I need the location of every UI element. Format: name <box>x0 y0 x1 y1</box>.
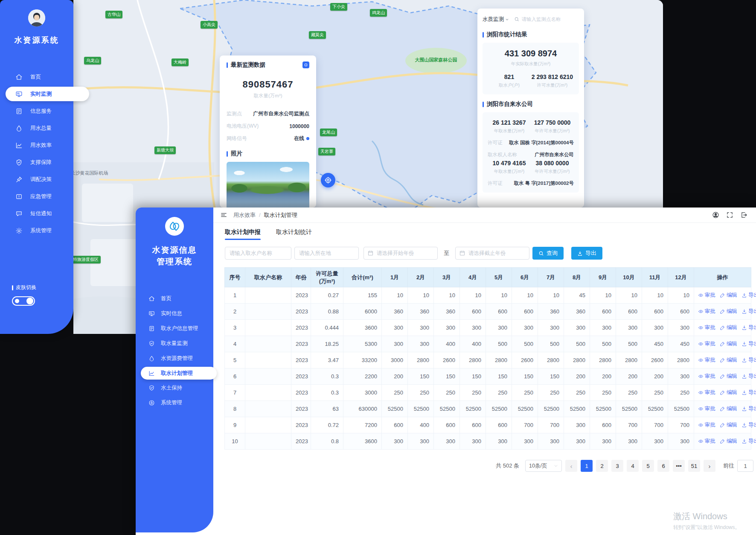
map-marker[interactable]: 大围山国家森林公园 <box>415 57 457 63</box>
map-marker[interactable]: 长沙黄花国际机场 <box>73 170 108 176</box>
location-input[interactable] <box>294 247 359 260</box>
edit-link[interactable]: 编辑 <box>720 373 737 380</box>
map-marker-label: 藏莫尖 <box>311 32 324 37</box>
approve-link[interactable]: 审批 <box>698 324 715 331</box>
sidebar1-item-4[interactable]: 用水效率 <box>0 137 73 154</box>
sidebar1-item-6[interactable]: 调配决策 <box>0 171 73 188</box>
approve-link[interactable]: 审批 <box>698 357 715 364</box>
sidebar1-item-0[interactable]: 首页 <box>0 68 73 85</box>
map-marker[interactable]: 藏莫尖 <box>309 31 326 39</box>
edit-link[interactable]: 编辑 <box>720 438 737 445</box>
page-button-5[interactable]: 5 <box>642 460 654 472</box>
skin-toggle[interactable] <box>12 296 35 306</box>
sidebar2-item-1[interactable]: 实时信息 <box>136 306 213 321</box>
edit-link[interactable]: 编辑 <box>720 389 737 396</box>
approve-link[interactable]: 审批 <box>698 438 715 445</box>
approve-link[interactable]: 审批 <box>698 292 715 299</box>
approve-link[interactable]: 审批 <box>698 421 715 429</box>
prev-page-button[interactable]: ‹ <box>565 460 577 472</box>
table-cell: 300 <box>460 433 486 450</box>
edit-link[interactable]: 编辑 <box>720 357 737 364</box>
map-marker[interactable]: 新塘大坝 <box>154 146 176 154</box>
annual-intake-label: 年实际取水量(万m³) <box>488 61 574 67</box>
map-marker[interactable]: 天岩寨 <box>318 148 335 155</box>
page-button-51[interactable]: 51 <box>688 460 700 472</box>
export-link[interactable]: 导出 <box>741 389 756 396</box>
user-name-input[interactable] <box>225 247 291 260</box>
export-link[interactable]: 导出 <box>741 373 756 380</box>
breadcrumb-parent[interactable]: 用水效率 <box>233 211 256 219</box>
page-button-6[interactable]: 6 <box>657 460 669 472</box>
query-button[interactable]: 查询 <box>532 247 564 260</box>
edit-link[interactable]: 编辑 <box>720 405 737 412</box>
sidebar2-item-0[interactable]: 首页 <box>136 291 213 306</box>
sidebar1-item-5[interactable]: 支撑保障 <box>0 154 73 171</box>
category-select[interactable]: 水质监测 <box>483 16 509 23</box>
table-cell: 6000 <box>343 304 382 320</box>
sidebar2-item-5[interactable]: 取水计划管理 <box>141 367 217 380</box>
monitor-fields: 监测点 广州市自来水公司监测点 电池电压(WV) 1000000 网络信号 在线 <box>227 108 309 145</box>
download-icon <box>577 251 583 256</box>
sidebar1-item-3[interactable]: 用水总量 <box>0 120 73 137</box>
next-page-button[interactable]: › <box>704 460 715 472</box>
sidebar2-item-7[interactable]: 系统管理 <box>136 395 213 410</box>
export-link[interactable]: 导出 <box>741 340 756 348</box>
sidebar1-item-7[interactable]: 应急管理 <box>0 188 73 205</box>
panel-search-input[interactable] <box>521 17 579 22</box>
avatar[interactable] <box>28 9 45 26</box>
edit-link[interactable]: 编辑 <box>720 421 737 429</box>
map-marker[interactable]: 古华山 <box>105 11 122 18</box>
approve-link[interactable]: 审批 <box>698 308 715 315</box>
sidebar1-item-2[interactable]: 信息服务 <box>0 102 73 120</box>
map-marker[interactable]: 方特旅游度假区 <box>73 256 101 263</box>
edit-link[interactable]: 编辑 <box>720 340 737 348</box>
more-pages-button[interactable]: ••• <box>673 460 685 472</box>
export-link[interactable]: 导出 <box>741 405 756 412</box>
page-button-2[interactable]: 2 <box>596 460 608 472</box>
edit-link[interactable]: 编辑 <box>720 324 737 331</box>
locate-button[interactable] <box>321 173 335 187</box>
page-button-1[interactable]: 1 <box>581 460 593 472</box>
sidebar1-item-1[interactable]: 实时监测 <box>6 87 89 101</box>
end-year-input[interactable] <box>455 247 529 260</box>
edit-link[interactable]: 编辑 <box>720 308 737 315</box>
export-link[interactable]: 导出 <box>741 308 756 315</box>
sidebar1-item-9[interactable]: 系统管理 <box>0 222 73 239</box>
page-button-3[interactable]: 3 <box>611 460 623 472</box>
goto-page-input[interactable] <box>737 460 753 472</box>
export-link[interactable]: 导出 <box>741 421 756 429</box>
edit-link[interactable]: 编辑 <box>720 292 737 299</box>
alert-icon <box>15 193 23 200</box>
user-icon[interactable] <box>712 211 719 219</box>
export-button[interactable]: 导出 <box>571 247 602 260</box>
sidebar2-item-2[interactable]: 取水户信息管理 <box>136 321 213 336</box>
site-photo[interactable] <box>227 162 309 210</box>
map-marker[interactable]: 龙尾山 <box>320 129 337 136</box>
card-corner-button[interactable] <box>302 61 309 68</box>
export-link[interactable]: 导出 <box>741 438 756 445</box>
start-year-input[interactable] <box>363 247 438 260</box>
page-button-4[interactable]: 4 <box>627 460 639 472</box>
map-marker[interactable]: 下小尖 <box>330 3 347 11</box>
page-size-select[interactable]: 10条/页 <box>525 460 562 472</box>
map-marker[interactable]: 小高尖 <box>201 21 218 29</box>
approve-link[interactable]: 审批 <box>698 373 715 380</box>
export-link[interactable]: 导出 <box>741 324 756 331</box>
map-marker[interactable]: 大梅岭 <box>172 58 189 66</box>
sidebar2-item-6[interactable]: 水土保持 <box>136 380 213 395</box>
tab-1[interactable]: 取水计划统计 <box>276 228 312 240</box>
approve-link[interactable]: 审批 <box>698 389 715 396</box>
sidebar2-item-4[interactable]: 水资源费管理 <box>136 351 213 366</box>
collapse-menu-icon[interactable] <box>220 211 227 219</box>
export-link[interactable]: 导出 <box>741 357 756 364</box>
export-link[interactable]: 导出 <box>741 292 756 299</box>
fullscreen-icon[interactable] <box>726 211 733 219</box>
sidebar1-item-8[interactable]: 短信通知 <box>0 205 73 222</box>
map-marker[interactable]: 鸡龙山 <box>370 9 387 17</box>
map-marker[interactable]: 乌龙山 <box>84 57 101 64</box>
logout-icon[interactable] <box>740 211 747 219</box>
approve-link[interactable]: 审批 <box>698 405 715 412</box>
tab-0[interactable]: 取水计划申报 <box>225 228 261 240</box>
sidebar2-item-3[interactable]: 取水量监测 <box>136 336 213 351</box>
approve-link[interactable]: 审批 <box>698 340 715 348</box>
